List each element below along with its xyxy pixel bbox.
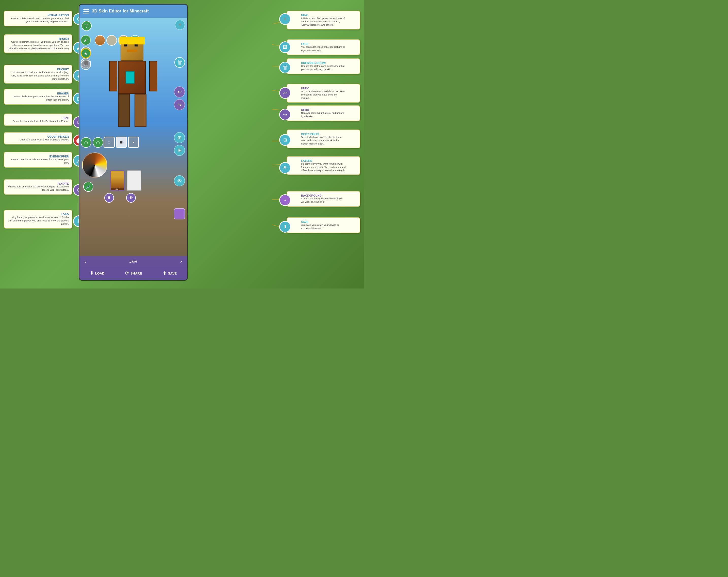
body-parts-button-1[interactable]: ⊞ <box>174 132 185 143</box>
visualization-text: You can rotate zoom in and zoom out your… <box>7 17 69 23</box>
new-card: NEW: Initiate a new blank project or wit… <box>287 11 360 29</box>
color-picker-title: COLOR PICKER <box>7 135 69 138</box>
phone-body: + ⬡ 🖌 ▪ ⬛ 🖼 ◈ ◻ 👕 <box>79 18 187 280</box>
size-text: Select the area of effect of the Brush a… <box>7 120 69 123</box>
eyedropper-card: EYEDROPPER You can use this to select on… <box>4 152 72 168</box>
body-parts-button-2[interactable]: ⊞ <box>174 145 185 156</box>
body-parts-text: Select which parts of the skin that you … <box>301 135 346 145</box>
layers-card: LAYERS Select the layer you want to work… <box>287 156 360 175</box>
face-1[interactable] <box>95 35 105 46</box>
layers-text: Select the layer you want to works with … <box>301 162 346 172</box>
brush-title: BRUSH <box>7 37 69 41</box>
new-icon: + <box>279 13 291 25</box>
dressing-room-button[interactable]: 👕 <box>174 57 185 68</box>
phone-bottom-area: ‹ Lake › ⬇ LOAD ⟳ SHARE ⬆ SAVE <box>79 256 187 280</box>
background-title: BACKGROUND <box>301 194 346 197</box>
brush-button[interactable]: 🖌 <box>81 35 91 45</box>
add-button[interactable]: + <box>175 20 185 30</box>
load-card: LOAD Bring back your previous creations … <box>4 210 72 229</box>
undo-icon: ↩ <box>279 87 291 99</box>
top-toolbar: ⬡ <box>81 21 92 31</box>
face-card: FACE: You can put the face of Messi, Gat… <box>287 40 360 55</box>
bottom-actions-bar: ⬇ LOAD ⟳ SHARE ⬆ SAVE <box>79 267 187 280</box>
eye-left-button[interactable]: 👁 <box>104 193 114 203</box>
dressing-room-icon: 👕 <box>279 62 291 73</box>
bucket-text: You can use it to paint an entire area o… <box>7 71 69 80</box>
undo-button[interactable]: ↩ <box>174 86 185 98</box>
eraser-card: ERASER Erase pixels from your skin, It h… <box>4 89 72 105</box>
visualization-card: VISUALIZATION You can rotate zoom in and… <box>4 11 72 26</box>
load-action[interactable]: ⬇ LOAD <box>90 271 105 276</box>
eraser-button[interactable]: ◻ <box>81 60 91 70</box>
app-title: 3D Skin Editor for Minecraft <box>92 9 149 14</box>
face-title: FACE: <box>301 43 346 46</box>
background-swatch[interactable] <box>174 208 185 220</box>
background-text: Choose the background with which you wil… <box>301 197 346 204</box>
save-card: SAVE Just save you skin in your device o… <box>287 218 360 233</box>
bucket-button[interactable]: ◈ <box>81 48 91 58</box>
new-text: Initiate a new blank project or with any… <box>301 17 346 26</box>
load-action-icon: ⬇ <box>90 271 94 276</box>
save-action-label: SAVE <box>168 272 177 275</box>
brush-card: BRUSH Useful to paint the pixels of your… <box>4 34 72 53</box>
next-button[interactable]: › <box>180 259 182 264</box>
undo-text: Go back whenever you did that not like o… <box>301 90 346 100</box>
rotate-text: Rotates your character 90° without chang… <box>7 185 69 192</box>
tool-column-2: ◈ ◻ <box>81 48 91 70</box>
size-buttons-row: ⬡ ⬡ <box>81 137 103 148</box>
new-title: NEW: <box>301 14 346 17</box>
color-picker-card: COLOR PICKER Choose a color for use with… <box>4 132 72 145</box>
layers-title: LAYERS <box>301 159 346 162</box>
undo-card: UNDO Go back whenever you did that not l… <box>287 84 360 103</box>
color-picker-text: Choose a color for use with brush and bu… <box>7 138 69 142</box>
layer-thumb-2[interactable] <box>127 170 141 191</box>
size-small[interactable]: □ <box>104 136 115 148</box>
eyedropper-title: EYEDROPPER <box>7 155 69 158</box>
share-action[interactable]: ⟳ SHARE <box>125 271 142 276</box>
bucket-title: BUCKET <box>7 68 69 71</box>
character-display <box>112 38 155 145</box>
rotate-title: ROTATE <box>7 182 69 185</box>
background-card: BACKGROUND Choose the background with wh… <box>287 191 360 207</box>
phone-header: 3D Skin Editor for Minecraft <box>79 5 187 18</box>
face-text: You can put the face of Messi, Gaturro o… <box>301 46 346 52</box>
lake-nav-bar: ‹ Lake › <box>79 256 187 267</box>
eraser-text: Erase pixels from your skin, It has the … <box>7 95 69 102</box>
color-wheel[interactable] <box>82 152 107 178</box>
bucket-card: BUCKET You can use it to paint an entire… <box>4 65 72 83</box>
size-cube-button[interactable]: ⬡ <box>93 137 103 148</box>
size-rotate-button[interactable]: ⬡ <box>81 137 92 148</box>
layer-eye-buttons: 👁 👁 <box>104 193 136 203</box>
layer-thumbnails: skin <box>110 170 141 191</box>
redo-icon: ↪ <box>279 109 291 120</box>
size-large[interactable]: ▪ <box>128 136 139 148</box>
save-text: Just save you skin in your device or exp… <box>301 224 346 230</box>
save-title: SAVE <box>301 221 346 224</box>
share-action-label: SHARE <box>130 272 142 275</box>
share-action-icon: ⟳ <box>125 271 129 276</box>
eye-right-button[interactable]: 👁 <box>126 193 136 203</box>
load-text: Bring back your previous creations or or… <box>7 216 69 226</box>
load-action-label: LOAD <box>95 272 105 275</box>
dressing-room-card: DRESSING ROOM: Choose the clothes and ac… <box>287 58 360 74</box>
load-title: LOAD <box>7 213 69 216</box>
background-icon: ▪ <box>279 194 291 206</box>
hamburger-menu[interactable] <box>83 9 89 14</box>
layer-thumb-1[interactable]: skin <box>110 170 125 191</box>
layers-visibility-button[interactable]: 👁 <box>174 175 185 186</box>
size-title: SIZE <box>7 117 69 120</box>
rotate-card: ROTATE Rotates your character 90° withou… <box>4 179 72 195</box>
redo-button[interactable]: ↪ <box>174 99 185 110</box>
eyedropper-tool-button[interactable]: 💉 <box>83 182 94 192</box>
layers-icon: 👁 <box>279 162 291 174</box>
3d-cube-button[interactable]: ⬡ <box>81 21 92 31</box>
prev-button[interactable]: ‹ <box>84 259 86 264</box>
size-medium[interactable]: ■ <box>116 136 127 148</box>
save-action[interactable]: ⬆ SAVE <box>163 271 177 276</box>
body-parts-group: ⊞ ⊞ <box>174 132 185 156</box>
body-parts-title: BODY PARTS <box>301 132 346 135</box>
phone-mockup: 3D Skin Editor for Minecraft + ⬡ 🖌 ▪ ⬛ 🖼… <box>79 4 188 281</box>
redo-text: Recover something that you had undone by… <box>301 111 346 118</box>
body-parts-card: BODY PARTS Select which parts of the ski… <box>287 129 360 148</box>
body-parts-icon: ⊞ <box>279 134 291 146</box>
